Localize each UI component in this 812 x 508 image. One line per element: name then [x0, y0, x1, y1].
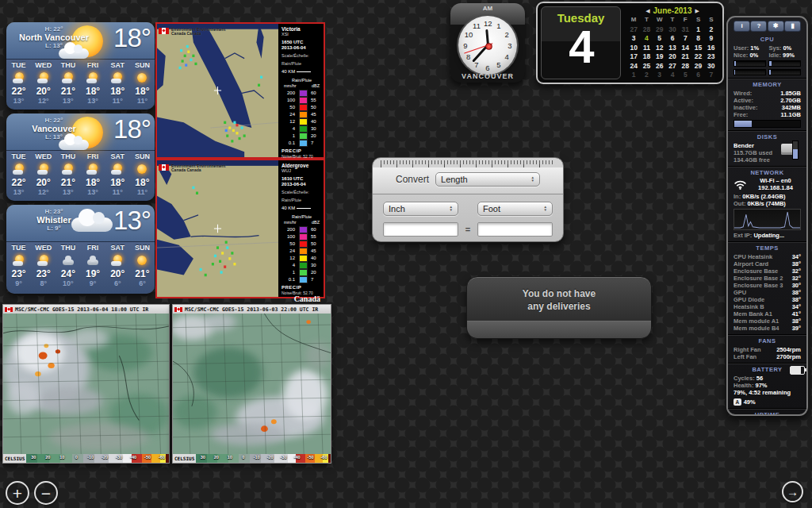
cloud-icon	[61, 255, 75, 267]
ip-address: 192.168.1.84	[750, 185, 801, 192]
calendar-day: 18	[640, 52, 653, 62]
celsius-label: CELSIUS	[173, 454, 196, 463]
calendar-day: 3	[653, 71, 666, 80]
remove-widget-button[interactable]: −	[34, 481, 58, 505]
radar-scale-label: Scale/Échelle:	[282, 53, 322, 59]
city-name: North Vancouver	[8, 33, 100, 42]
istat-pro-widget[interactable]: i?✱▮ CPU User: 1% Sys: 0% Nice: 0% Idle:…	[726, 16, 808, 416]
legend-color-swatch	[299, 125, 308, 133]
scale-tick: -50	[308, 455, 314, 460]
cpu-meters	[733, 60, 801, 75]
keyboard-battery-level: 49%	[744, 398, 756, 406]
calendar-day: 2	[640, 71, 653, 80]
istat-toolbar: i?✱▮	[728, 17, 806, 33]
sun-cloud-icon	[12, 164, 26, 175]
legend-row: 1240	[282, 255, 322, 262]
canada-flag-icon	[174, 307, 182, 312]
legend-row: 2445	[282, 111, 322, 118]
temperature-color-scale: 3020100-10-20-30-40-50-60	[26, 454, 169, 463]
legend-row: 5050	[282, 104, 322, 111]
legend-rows: 20060100555050244512404301200.17	[282, 226, 322, 283]
legend-row: 2445	[282, 248, 322, 255]
add-widget-button[interactable]: +	[6, 481, 29, 505]
weather-city-block: H: 22° North Vancouver L: 13°	[8, 25, 100, 49]
current-temperature: 18°	[113, 23, 151, 53]
from-value-input[interactable]	[383, 222, 458, 237]
weekday-header: W	[653, 16, 666, 25]
next-page-button[interactable]: →	[782, 481, 803, 502]
unit-converter-widget[interactable]: Convert Length Inch Foot =	[372, 157, 564, 242]
radar-widget-victoria[interactable]: Environment Environnement Canada Canada …	[155, 22, 325, 159]
forecast-strip: TUE23°9°WED23°8°THU24°10°FRI19°9°SAT20°6…	[6, 241, 155, 294]
satellite-image	[173, 314, 331, 454]
clock-face: 123456789101112	[458, 16, 517, 75]
calendar-day: 4	[640, 34, 653, 44]
radar-widget-aldergrove[interactable]: Environment Environnement Canada Canada …	[155, 159, 325, 298]
sun-cloud-icon	[36, 164, 51, 175]
clock-numeral: 6	[484, 64, 492, 72]
cpu-nice: 0%	[749, 52, 758, 59]
legend-row: 5050	[282, 241, 322, 248]
legend-color-swatch	[299, 118, 308, 125]
fan-button[interactable]: ✱	[768, 21, 784, 32]
previous-month-button[interactable]: ◀	[645, 8, 649, 14]
legend-row: 20060	[282, 90, 322, 97]
satellite-widget-1[interactable]: MSC/SMC-CMC GOES-15 2013-06-04 18:00 UTC…	[2, 304, 170, 464]
world-clock-widget[interactable]: AM 123456789101112 VANCOUVER	[450, 3, 525, 83]
radar-station: Aldergrove	[282, 163, 322, 168]
calendar-day: 7	[679, 34, 691, 44]
forecast-day: TUE22°13°	[6, 60, 31, 110]
calendar-day: 11	[640, 44, 653, 53]
scale-tick: -60	[321, 455, 327, 460]
satellite-image	[3, 314, 169, 454]
clock-numeral: 10	[465, 30, 473, 39]
sun-icon	[135, 164, 149, 175]
forecast-day: FRI18°13°	[81, 151, 105, 201]
deliveries-widget[interactable]: You do not have any deliveries	[466, 276, 652, 339]
help-button[interactable]: ?	[750, 21, 767, 32]
today-high: H: 23°	[8, 208, 100, 215]
weather-widget-whistler[interactable]: H: 23° Whistler L: 9° 13° TUE23°9°WED23°…	[6, 205, 155, 294]
calendar-day: 6	[666, 34, 679, 44]
calendar-day: 12	[653, 44, 666, 53]
calendar-day: 31	[679, 25, 691, 35]
calendar-day: 30	[666, 25, 679, 35]
battery-button[interactable]: ▮	[784, 21, 801, 32]
weekday-header: T	[640, 16, 653, 25]
radar-station-code: XSI	[282, 32, 322, 37]
ruler-ticks	[381, 160, 555, 167]
scale-tick: 0	[75, 455, 78, 460]
calendar-day: 8	[691, 34, 704, 44]
category-dropdown[interactable]: Length	[435, 172, 540, 187]
scale-tick: -50	[144, 455, 151, 460]
scale-tick: -30	[281, 455, 287, 460]
legend-row: 120	[282, 269, 322, 276]
to-unit-dropdown[interactable]: Foot	[477, 202, 553, 216]
city-name: Vancouver	[8, 124, 100, 133]
deliveries-message: You do not have any deliveries	[467, 277, 651, 313]
disk-capacity-bar	[792, 140, 799, 160]
calendar-widget[interactable]: Tuesday 4 ◀ June-2013 ▶ MTWTFSS272829303…	[536, 2, 724, 84]
weather-city-block: H: 22° Vancouver L: 13°	[8, 117, 100, 140]
forecast-day: SAT18°11°	[105, 151, 130, 201]
from-unit-dropdown[interactable]: Inch	[383, 202, 458, 216]
canada-flag-icon	[5, 307, 13, 312]
sun-cloud-icon	[86, 164, 100, 175]
legend-row: 1240	[282, 118, 322, 125]
next-month-button[interactable]: ▶	[695, 8, 699, 14]
legend-row: 20060	[282, 226, 322, 233]
scale-tick: 10	[228, 455, 232, 460]
radar-range: 40 KM	[282, 69, 295, 75]
calendar-day: 22	[691, 52, 704, 62]
temps-title: TEMPS	[733, 244, 801, 252]
info-button[interactable]: i	[733, 21, 750, 32]
forecast-day: WED20°12°	[31, 60, 56, 110]
forecast-day: SUN21°6°	[130, 242, 155, 294]
to-value-input[interactable]	[477, 222, 553, 237]
satellite-widget-2[interactable]: MSC/SMC-CMC GOES-15 2013-06-03 22:00 UTC…	[172, 304, 331, 464]
agency-name-2: Canada Canada	[171, 31, 201, 36]
weather-widget-north-vancouver[interactable]: H: 22° North Vancouver L: 13° 18° TUE22°…	[6, 22, 155, 110]
network-section: NETWORK Wi-Fi – en0 192.168.1.84 In: 0KB…	[728, 166, 806, 241]
stat-row: Free:11.1GB	[733, 111, 801, 118]
weather-widget-vancouver[interactable]: H: 22° Vancouver L: 13° 18° TUE22°13°WED…	[6, 114, 155, 201]
